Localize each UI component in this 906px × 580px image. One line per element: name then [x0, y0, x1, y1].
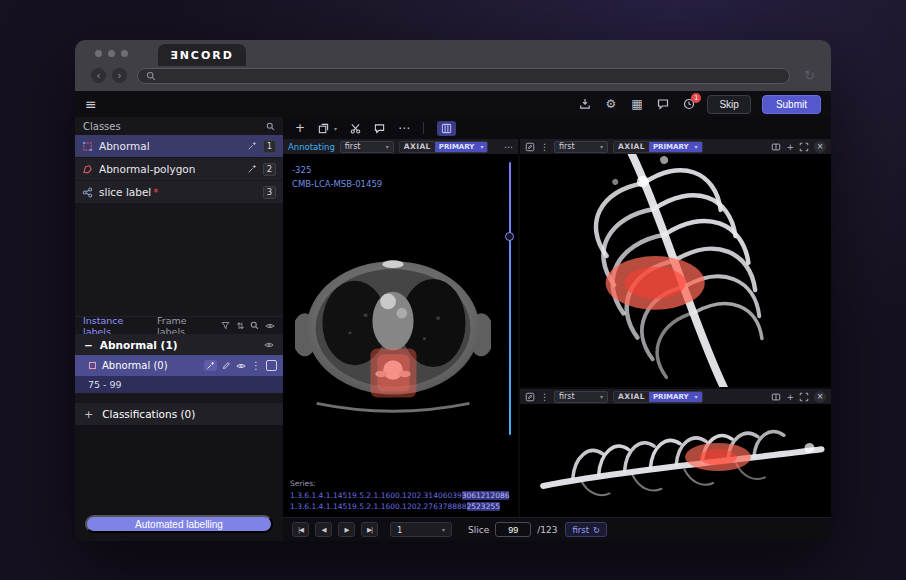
ribcage-3d-image	[520, 404, 831, 517]
plane-select[interactable]: PRIMARY▾	[649, 142, 702, 152]
more-vertical-icon[interactable]: ⋮	[540, 142, 549, 152]
window-control-dot[interactable]	[121, 50, 128, 57]
grid-icon[interactable]: ▦	[629, 97, 644, 112]
plane-select[interactable]: PRIMARY▾	[649, 392, 702, 402]
notification-badge: 1	[691, 93, 701, 103]
series-badge[interactable]: first↻	[565, 522, 607, 537]
class-label: Abnormal-polygon	[99, 163, 241, 175]
layout-icon[interactable]	[771, 142, 781, 152]
add-view-icon[interactable]: +	[786, 142, 794, 152]
viewer-top-right-canvas[interactable]	[520, 154, 831, 387]
class-count: 3	[263, 186, 276, 199]
close-icon[interactable]: ×	[814, 141, 826, 153]
class-item-abnormal[interactable]: Abnormal 1	[75, 135, 283, 157]
comment-tool-icon[interactable]	[374, 123, 385, 134]
series-select[interactable]: first▾	[554, 141, 608, 153]
filter-icon[interactable]	[221, 321, 230, 330]
labels-search-icon[interactable]	[250, 321, 259, 330]
eye-icon[interactable]	[264, 340, 274, 350]
skip-to-start-button[interactable]: |◀	[292, 522, 309, 537]
class-item-slice-label[interactable]: slice label* 3	[75, 181, 283, 203]
move-tool-icon[interactable]: +	[295, 121, 305, 135]
forward-button[interactable]: ›	[112, 68, 127, 83]
class-label: slice label*	[99, 186, 257, 198]
scissors-icon[interactable]	[350, 123, 361, 134]
sort-icon[interactable]: ⇅	[236, 321, 244, 331]
focus-icon[interactable]	[266, 360, 277, 371]
classifications-section[interactable]: + Classifications (0)	[75, 403, 283, 425]
shape-tool-icon[interactable]: ▾	[318, 123, 337, 134]
expand-icon[interactable]	[799, 392, 809, 402]
playback-bar: |◀ ◀ ▶ ▶| 1▾ Slice /123 first↻	[283, 517, 831, 541]
app-window: ƎNCORD ‹ › ↻ ≡ ⚙ ▦	[75, 40, 831, 541]
plane-select[interactable]: PRIMARY▾	[435, 142, 488, 152]
instance-item-abnormal[interactable]: Abnormal (0) ⋮	[75, 355, 283, 376]
classes-search-icon[interactable]	[266, 122, 275, 131]
edit-view-icon[interactable]	[525, 142, 535, 152]
more-horizontal-icon[interactable]: ⋯	[504, 142, 513, 152]
more-vertical-icon[interactable]: ⋮	[540, 392, 549, 402]
annotating-status: Annotating	[288, 142, 335, 152]
next-frame-button[interactable]: ▶	[338, 522, 355, 537]
slice-slider[interactable]	[509, 162, 511, 435]
relation-icon	[82, 187, 93, 198]
sidebar: Classes Abnormal	[75, 117, 283, 541]
expand-icon[interactable]	[799, 142, 809, 152]
visibility-icon[interactable]	[265, 321, 275, 331]
slice-position: -325	[292, 164, 382, 178]
menu-icon[interactable]: ≡	[85, 96, 97, 112]
automated-labelling-button[interactable]: Automated labelling	[85, 515, 273, 533]
series-select[interactable]: first▾	[340, 141, 394, 153]
eye-icon[interactable]	[236, 361, 246, 371]
viewer-bottom-right-canvas[interactable]	[520, 404, 831, 517]
frame-select[interactable]: 1▾	[390, 522, 452, 537]
export-icon[interactable]	[577, 97, 592, 112]
skip-button[interactable]: Skip	[707, 95, 750, 114]
chevron-down-icon: ▾	[600, 393, 603, 400]
viewer-main-canvas[interactable]: -325 CMB-LCA-MSB-01459	[283, 154, 518, 517]
polygon-icon	[82, 164, 93, 175]
auto-fit-icon[interactable]	[204, 360, 217, 371]
slice-slider-handle[interactable]	[505, 232, 514, 241]
more-vertical-icon[interactable]: ⋮	[251, 360, 261, 371]
slice-overlay-info: -325 CMB-LCA-MSB-01459	[292, 164, 382, 191]
viewer-main: Annotating first▾ AXIAL PRIMARY▾ ⋯	[283, 139, 520, 517]
add-classification-icon[interactable]: +	[84, 408, 93, 421]
add-view-icon[interactable]: +	[786, 392, 794, 402]
series-uid-1: 1.3.6.1.4.1.14519.5.2.1.1600.1202.314060…	[290, 490, 509, 501]
instance-group-abnormal[interactable]: − Abnormal (1)	[75, 334, 283, 355]
window-control-dot[interactable]	[108, 50, 115, 57]
slice-input[interactable]	[495, 522, 531, 537]
previous-frame-button[interactable]: ◀	[315, 522, 332, 537]
back-button[interactable]: ‹	[91, 68, 106, 83]
edit-view-icon[interactable]	[525, 392, 535, 402]
auto-fit-icon[interactable]	[247, 141, 257, 151]
skip-to-end-button[interactable]: ▶|	[361, 522, 378, 537]
axis-label: AXIAL	[614, 142, 649, 152]
reload-icon[interactable]: ↻	[804, 68, 815, 83]
auto-fit-icon[interactable]	[247, 164, 257, 174]
window-control-dot[interactable]	[95, 50, 102, 57]
required-mark: *	[153, 187, 158, 198]
submit-button[interactable]: Submit	[762, 95, 821, 114]
axis-control[interactable]: AXIAL PRIMARY▾	[613, 141, 703, 153]
more-tools-icon[interactable]: ⋯	[398, 121, 410, 135]
settings-icon[interactable]: ⚙	[603, 97, 618, 112]
url-input[interactable]	[162, 71, 781, 81]
axis-control[interactable]: AXIAL PRIMARY▾	[399, 141, 489, 153]
axis-control[interactable]: AXIAL PRIMARY▾	[613, 391, 703, 403]
class-item-abnormal-polygon[interactable]: Abnormal-polygon 2	[75, 158, 283, 180]
layout-icon[interactable]	[771, 392, 781, 402]
collapse-icon[interactable]: −	[84, 339, 93, 351]
ct-axial-image	[295, 202, 491, 444]
url-bar[interactable]	[137, 68, 790, 84]
browser-tab[interactable]: ƎNCORD	[158, 44, 246, 66]
axis-label: AXIAL	[614, 392, 649, 402]
notifications-icon[interactable]: 1	[681, 97, 696, 112]
series-select[interactable]: first▾	[554, 391, 608, 403]
close-icon[interactable]: ×	[814, 391, 826, 403]
slices-tool-icon[interactable]	[437, 121, 456, 136]
classes-title: Classes	[83, 121, 121, 132]
comment-icon[interactable]	[655, 97, 670, 112]
edit-icon[interactable]	[222, 361, 231, 370]
